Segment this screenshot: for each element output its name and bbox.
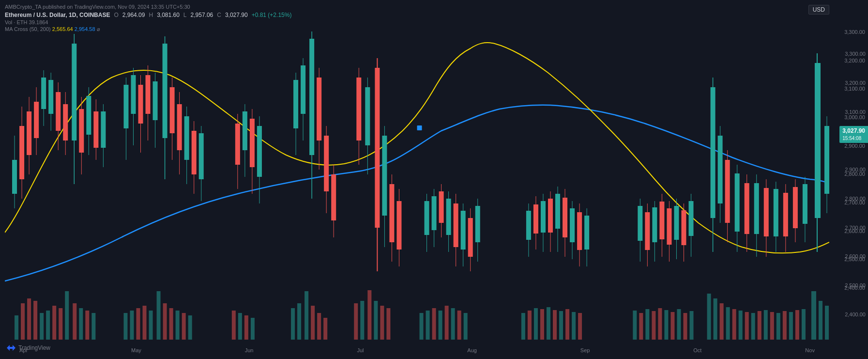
svg-rect-184 <box>244 315 248 340</box>
svg-rect-84 <box>432 196 437 230</box>
svg-rect-244 <box>825 306 829 340</box>
time-label-sep: Sep <box>580 347 590 353</box>
price-axis: 3,300.00 3,200.00 3,100.00 3,000.00 2,90… <box>831 51 866 317</box>
svg-rect-167 <box>73 303 76 340</box>
svg-rect-185 <box>251 318 255 340</box>
svg-rect-206 <box>521 313 525 340</box>
svg-rect-66 <box>324 136 329 191</box>
svg-rect-219 <box>652 311 655 340</box>
svg-rect-218 <box>645 309 649 340</box>
svg-rect-20 <box>79 109 84 153</box>
price-label: 2,700.00 <box>831 225 866 231</box>
svg-rect-108 <box>563 198 567 237</box>
ma200-value: 2,954.58 <box>75 26 95 32</box>
svg-rect-74 <box>375 68 380 228</box>
svg-rect-28 <box>123 85 128 128</box>
svg-rect-134 <box>718 136 723 203</box>
svg-rect-186 <box>291 308 295 340</box>
price-label: 2,500.00 <box>831 282 866 288</box>
svg-rect-237 <box>777 313 780 340</box>
svg-rect-16 <box>63 104 68 140</box>
svg-rect-140 <box>745 183 749 234</box>
svg-rect-0 <box>5 29 829 310</box>
svg-rect-238 <box>783 311 787 340</box>
svg-rect-217 <box>639 313 643 340</box>
low-value: 2,957.06 <box>191 12 213 18</box>
price-label: 2,600.00 <box>831 253 866 259</box>
svg-rect-212 <box>559 311 563 340</box>
time-label-may: May <box>131 347 141 353</box>
svg-rect-88 <box>446 199 451 235</box>
svg-rect-60 <box>301 65 305 114</box>
svg-rect-173 <box>136 308 140 340</box>
high-label: H <box>149 12 153 18</box>
svg-rect-233 <box>751 313 755 340</box>
svg-rect-243 <box>819 301 822 340</box>
close-value: 3,027.90 <box>225 12 248 18</box>
symbol-info: Ethereum / U.S. Dollar, 1D, COINBASE O2,… <box>5 12 868 18</box>
svg-rect-242 <box>811 291 816 340</box>
time-axis: Apr May Jun Jul Aug Sep Oct Nov <box>5 347 829 353</box>
volume-chart <box>5 289 829 340</box>
svg-rect-148 <box>783 193 788 236</box>
time-label-oct: Oct <box>693 347 701 353</box>
svg-rect-182 <box>232 311 236 340</box>
svg-rect-215 <box>578 313 582 340</box>
ma-info: MA Cross (50, 200) 2,565.64 2,954.58 ⌀ <box>5 26 868 32</box>
svg-rect-216 <box>633 311 637 340</box>
svg-rect-120 <box>652 207 657 242</box>
svg-rect-231 <box>739 311 743 340</box>
time-label-jul: Jul <box>357 347 364 353</box>
svg-rect-152 <box>803 184 807 224</box>
svg-rect-156 <box>824 126 829 194</box>
svg-rect-112 <box>577 212 582 250</box>
svg-rect-240 <box>795 310 799 340</box>
svg-rect-30 <box>131 75 136 114</box>
svg-rect-126 <box>674 206 679 240</box>
svg-rect-225 <box>689 311 693 340</box>
price-label: 3,200.00 <box>831 80 866 86</box>
svg-rect-24 <box>93 111 98 148</box>
svg-rect-191 <box>323 318 327 340</box>
time-label-aug: Aug <box>467 347 477 353</box>
svg-rect-227 <box>714 298 717 340</box>
tradingview-logo: TradingView <box>6 343 50 353</box>
candlestick-chart[interactable] <box>5 29 829 310</box>
svg-rect-6 <box>27 111 31 155</box>
svg-rect-205 <box>464 313 468 340</box>
svg-rect-158 <box>15 315 18 340</box>
svg-rect-239 <box>789 312 793 340</box>
svg-rect-222 <box>670 312 674 340</box>
svg-rect-136 <box>725 160 730 223</box>
svg-rect-171 <box>123 313 127 340</box>
svg-rect-178 <box>169 308 173 340</box>
ma50-value: 2,565.64 <box>52 26 73 32</box>
svg-rect-169 <box>85 311 89 340</box>
svg-rect-104 <box>548 199 553 233</box>
svg-rect-159 <box>21 303 25 340</box>
svg-rect-181 <box>188 315 192 340</box>
svg-rect-228 <box>720 303 724 340</box>
svg-rect-110 <box>570 208 575 242</box>
svg-rect-130 <box>688 201 693 236</box>
svg-rect-42 <box>177 104 182 150</box>
svg-rect-211 <box>553 310 557 340</box>
svg-rect-40 <box>170 87 175 133</box>
svg-rect-179 <box>176 311 180 340</box>
svg-rect-170 <box>91 313 95 340</box>
svg-rect-114 <box>584 216 589 250</box>
price-label: 3,100.00 <box>831 109 866 115</box>
svg-rect-50 <box>235 124 240 165</box>
svg-rect-46 <box>192 131 197 174</box>
svg-rect-12 <box>48 80 53 114</box>
svg-rect-92 <box>461 211 466 250</box>
svg-rect-193 <box>360 301 364 340</box>
svg-rect-98 <box>526 211 531 240</box>
svg-rect-128 <box>681 210 686 245</box>
svg-rect-58 <box>293 80 298 128</box>
svg-rect-68 <box>331 174 336 220</box>
svg-rect-210 <box>547 307 550 340</box>
svg-rect-175 <box>149 311 153 340</box>
svg-rect-221 <box>664 310 668 340</box>
svg-rect-172 <box>130 311 134 340</box>
